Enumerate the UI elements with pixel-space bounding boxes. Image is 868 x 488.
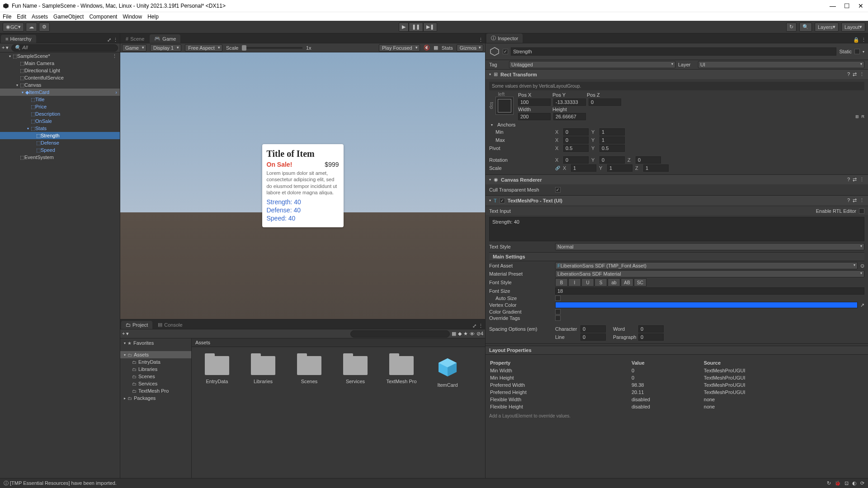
menu-edit[interactable]: Edit (17, 14, 26, 20)
component-menu-icon[interactable]: ⋮ (859, 197, 864, 203)
override-tags-checkbox[interactable] (555, 315, 561, 321)
uppercase-button[interactable]: AB (621, 278, 633, 286)
cloud-button[interactable]: ☁ (26, 23, 37, 32)
line-spacing[interactable] (580, 333, 606, 341)
tab-console[interactable]: ▤ Console (153, 320, 187, 329)
anchor-max-y[interactable] (599, 136, 625, 144)
layer-dropdown[interactable]: UI (698, 61, 864, 68)
tree-row-onsale[interactable]: ⬚ OnSale (0, 117, 120, 125)
project-menu-icon[interactable]: ⋮ (478, 323, 483, 329)
tree-row-dir-light[interactable]: ⬚ Directional Light (0, 67, 120, 74)
tree-row-description[interactable]: ⬚ Description (0, 110, 120, 117)
menu-file[interactable]: File (3, 14, 11, 20)
menu-component[interactable]: Component (89, 14, 117, 20)
search-button[interactable]: 🔍 (799, 23, 812, 32)
strike-button[interactable]: S (594, 278, 607, 286)
char-spacing[interactable] (580, 325, 606, 333)
menu-assets[interactable]: Assets (32, 14, 48, 20)
menu-window[interactable]: Window (123, 14, 142, 20)
bold-button[interactable]: B (555, 278, 568, 286)
tab-game[interactable]: 🎮 Game (150, 34, 180, 43)
preset-icon[interactable]: ⇄ (853, 197, 857, 203)
text-style-dropdown[interactable]: Normal (555, 243, 864, 250)
tab-project[interactable]: 🗀 Project (121, 321, 152, 329)
color-gradient-checkbox[interactable] (555, 309, 561, 314)
word-spacing[interactable] (638, 325, 664, 333)
scene-row[interactable]: ▾⬚ SampleScene*⋮ (0, 52, 120, 60)
tree-assets[interactable]: ▾🗀Assets (120, 351, 191, 358)
component-menu-icon[interactable]: ⋮ (859, 177, 864, 183)
scale-slider[interactable] (242, 47, 302, 49)
rot-y[interactable] (599, 156, 625, 164)
maximize-button[interactable]: ☐ (844, 2, 850, 9)
stats-label[interactable]: Stats (442, 45, 453, 51)
anchor-min-x[interactable] (563, 128, 589, 136)
tag-dropdown[interactable]: Untagged (509, 61, 675, 68)
activity-icon[interactable]: ⟳ (860, 480, 864, 486)
hierarchy-add-button[interactable]: + ▾ (2, 45, 9, 51)
tree-services[interactable]: 🗀Services (120, 380, 191, 387)
anchors-foldout[interactable]: ▾Anchors (489, 122, 864, 127)
help-icon[interactable]: ? (847, 177, 850, 183)
layers-dropdown[interactable]: Layers ▾ (815, 23, 839, 32)
bug-icon[interactable]: 🐞 (835, 480, 841, 486)
auto-size-checkbox[interactable] (555, 296, 561, 301)
lowercase-button[interactable]: ab (608, 278, 620, 286)
tree-row-itemcard[interactable]: ▾◆ ItemCard› (0, 89, 120, 96)
project-popout-icon[interactable]: ⤢ (472, 323, 476, 329)
anchor-max-x[interactable] (563, 136, 589, 144)
asset-services[interactable]: Services (339, 356, 372, 388)
settings-button[interactable]: ⚙ (39, 23, 50, 32)
posy-field[interactable] (553, 99, 586, 106)
underline-button[interactable]: U (581, 278, 594, 286)
vsync-icon[interactable]: ▦ (434, 45, 438, 51)
help-icon[interactable]: ? (847, 197, 850, 203)
inspector-menu-icon[interactable]: ⋮ (861, 37, 866, 43)
inspector-lock-icon[interactable]: 🔒 (853, 37, 859, 43)
menu-help[interactable]: Help (147, 14, 159, 20)
font-size-field[interactable] (555, 287, 864, 295)
active-checkbox[interactable] (503, 49, 508, 54)
tree-row-title[interactable]: ⬚ Title (0, 96, 120, 103)
object-name-field[interactable] (511, 47, 836, 56)
preset-icon[interactable]: ⇄ (853, 177, 857, 183)
asset-entrydata[interactable]: EntryData (201, 356, 233, 388)
mute-icon[interactable]: 🔇 (424, 45, 430, 51)
layout-dropdown[interactable]: Layout ▾ (841, 23, 865, 32)
tree-row-stats[interactable]: ▾⬚ Stats (0, 125, 120, 132)
account-button[interactable]: ◉ GC ▾ (3, 23, 24, 32)
raw-edit-icon[interactable]: R (862, 114, 865, 119)
pivot-y[interactable] (599, 145, 625, 152)
preset-icon[interactable]: ⇄ (853, 71, 857, 77)
tree-row-main-camera[interactable]: ⬚ Main Camera (0, 60, 120, 67)
hierarchy-menu-icon[interactable]: ⋮ (113, 37, 118, 43)
play-mode-dropdown[interactable]: Play Focused (379, 44, 420, 52)
hierarchy-search[interactable]: 🔍 All (11, 44, 118, 52)
help-icon[interactable]: ? (847, 71, 850, 77)
asset-scenes[interactable]: Scenes (293, 356, 326, 388)
rtl-checkbox[interactable] (859, 208, 864, 214)
object-picker-icon[interactable]: ⊙ (860, 263, 864, 269)
font-asset-field[interactable]: FLiberationSans SDF (TMP_Font Asset) (555, 262, 858, 269)
cull-checkbox[interactable] (555, 187, 561, 192)
aspect-dropdown[interactable]: Free Aspect (185, 44, 222, 52)
vertex-color-swatch[interactable] (555, 302, 858, 308)
asset-tmp[interactable]: TextMesh Pro (385, 356, 418, 388)
search-fav-icon[interactable]: ★ (463, 331, 468, 337)
tree-row-strength[interactable]: ⬚ Strength (0, 132, 120, 139)
static-checkbox[interactable] (854, 49, 860, 54)
height-field[interactable] (553, 113, 586, 120)
tree-tmp[interactable]: 🗀TextMesh Pro (120, 387, 191, 394)
tree-row-defense[interactable]: ⬚ Defense (0, 139, 120, 146)
tree-row-eventsystem[interactable]: ⬚ EventSystem (0, 154, 120, 161)
auto-refresh-icon[interactable]: ↻ (827, 480, 831, 486)
rot-x[interactable] (563, 156, 589, 164)
canvas-renderer-header[interactable]: ▾◉ Canvas Renderer ?⇄⋮ (486, 175, 868, 184)
progress-icon[interactable]: ◐ (852, 480, 857, 486)
assets-breadcrumb[interactable]: Assets (192, 338, 485, 347)
favorites-header[interactable]: ▾★Favorites (120, 339, 191, 347)
hierarchy-popout-icon[interactable]: ⤢ (107, 37, 111, 43)
tree-row-speed[interactable]: ⬚ Speed (0, 146, 120, 154)
width-field[interactable] (518, 113, 551, 120)
scale-y[interactable] (607, 164, 632, 172)
